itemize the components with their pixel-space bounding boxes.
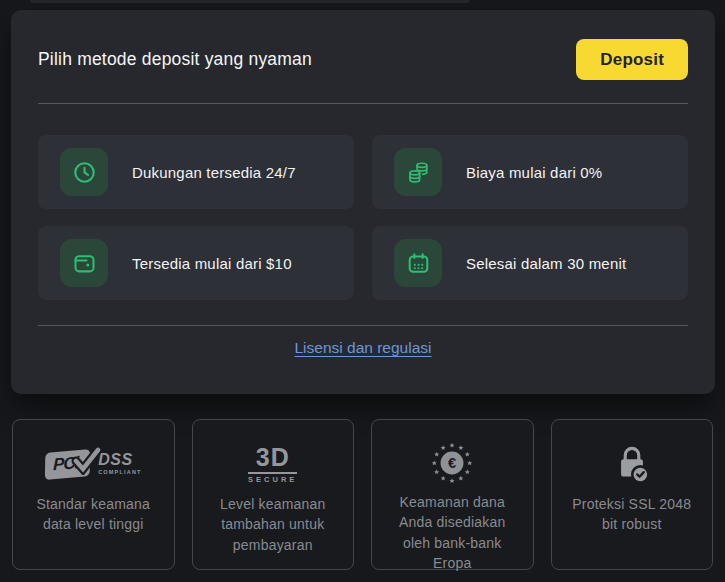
cropped-element-edge <box>30 0 470 3</box>
euro-stars-icon: € <box>427 438 477 488</box>
license-link[interactable]: Lisensi dan regulasi <box>294 339 431 356</box>
feature-label: Tersedia mulai dari $10 <box>132 255 292 272</box>
euro-symbol: € <box>448 455 456 471</box>
calendar-icon <box>394 239 442 287</box>
feature-fees: Biaya mulai dari 0% <box>372 135 688 209</box>
badge-pci-dss: PCi DSS COMPLIANT Standar keamana data l… <box>12 419 175 570</box>
badge-caption: Proteksi SSL 2048 bit robust <box>564 494 701 535</box>
secure-label: SECURE <box>248 472 297 484</box>
compliant-label: COMPLIANT <box>98 470 142 476</box>
deposit-card-header: Pilih metode deposit yang nyaman Deposit <box>38 39 688 80</box>
feature-label: Selesai dalam 30 menit <box>466 255 626 272</box>
clock-icon <box>60 148 108 196</box>
badge-caption: Level keamanan tambahan untuk pembayaran <box>205 494 342 555</box>
coins-icon <box>394 148 442 196</box>
page-title: Pilih metode deposit yang nyaman <box>38 49 312 70</box>
lock-check-icon <box>607 438 657 490</box>
deposit-card: Pilih metode deposit yang nyaman Deposit… <box>11 10 715 394</box>
badge-caption: Standar keamana data level tinggi <box>25 494 162 535</box>
feature-support: Dukungan tersedia 24/7 <box>38 135 354 209</box>
wallet-icon <box>60 239 108 287</box>
badge-caption: Keamanan dana Anda disediakan oleh bank-… <box>384 492 521 573</box>
dss-label: DSS <box>98 452 142 468</box>
feature-min-deposit: Tersedia mulai dari $10 <box>38 226 354 300</box>
badge-ssl: Proteksi SSL 2048 bit robust <box>551 419 714 570</box>
header-divider <box>38 103 688 104</box>
feature-grid: Dukungan tersedia 24/7 Biaya mulai dari … <box>38 135 688 300</box>
badge-3d-secure: 3D SECURE Level keamanan tambahan untuk … <box>192 419 355 570</box>
feature-label: Biaya mulai dari 0% <box>466 164 602 181</box>
feature-time: Selesai dalam 30 menit <box>372 226 688 300</box>
feature-label: Dukungan tersedia 24/7 <box>132 164 296 181</box>
3d-label: 3D <box>248 445 297 470</box>
security-badges: PCi DSS COMPLIANT Standar keamana data l… <box>12 419 713 570</box>
pci-dss-logo: PCi DSS COMPLIANT <box>45 438 142 490</box>
check-icon <box>71 447 101 475</box>
badge-eu-banks: € Keamanan dana Anda disediakan oleh ban… <box>371 419 534 570</box>
deposit-button[interactable]: Deposit <box>576 39 688 80</box>
footer-divider <box>38 325 688 326</box>
3d-secure-logo: 3D SECURE <box>248 438 297 490</box>
